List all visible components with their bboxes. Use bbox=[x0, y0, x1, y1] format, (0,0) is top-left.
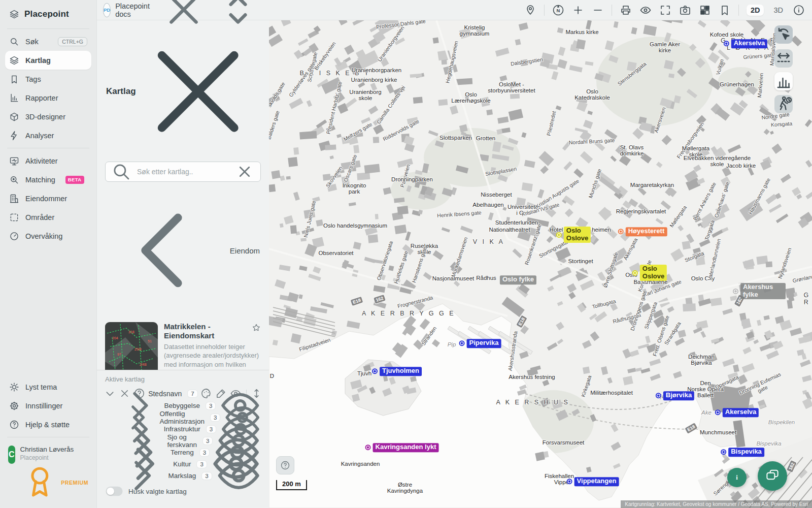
sidebar-item-rapporter[interactable]: Rapporter bbox=[5, 88, 91, 107]
panel-close-icon[interactable] bbox=[136, 29, 260, 153]
child-layer-name: Markslag bbox=[168, 472, 196, 480]
map-badge-oslo-oslove: Oslo Oslove bbox=[632, 265, 667, 281]
map-viewport[interactable]: Professor Dahls gateKristelig gymnasiumM… bbox=[269, 20, 812, 508]
badge-label: Kavringsanden lykt bbox=[373, 443, 439, 452]
layer-search[interactable] bbox=[105, 162, 261, 182]
sidebar-item-hjelp-st-tte[interactable]: Hjelp & støtte bbox=[5, 415, 91, 434]
avatar: C bbox=[8, 446, 15, 464]
divider bbox=[612, 5, 612, 16]
map-badge-pipervika: Pipervika bbox=[459, 339, 501, 348]
active-layer-children: Bebyggelse3Offentlig Administrasjon3Infr… bbox=[104, 400, 262, 482]
cube-icon bbox=[9, 112, 19, 122]
active-layer-child-markslag[interactable]: Markslag3 bbox=[104, 470, 262, 482]
breadcrumb[interactable]: Eiendom bbox=[97, 184, 269, 315]
mode-3d-button[interactable]: 3D bbox=[771, 5, 785, 16]
cursor-rotate-icon[interactable] bbox=[774, 25, 793, 44]
sidebar-nav-main: SøkCTRL+GKartlagTagsRapporter3D-designer… bbox=[5, 32, 91, 145]
sidebar-item-tags[interactable]: Tags bbox=[5, 70, 91, 88]
divider bbox=[7, 28, 89, 29]
panel-header: Kartlag bbox=[97, 20, 269, 157]
sidebar-item-omr-der[interactable]: Områder bbox=[5, 208, 91, 227]
remember-layers-toggle[interactable] bbox=[106, 487, 122, 496]
sidebar: Placepoint SøkCTRL+GKartlagTagsRapporter… bbox=[0, 0, 96, 508]
sidebar-item-label: Aktiviteter bbox=[25, 157, 58, 165]
badge-marker-icon bbox=[632, 270, 638, 276]
active-layers-panel: Aktive kartlag Stedsnavn 7 Bebyggelse3Of… bbox=[97, 370, 269, 508]
divider bbox=[738, 5, 739, 16]
sidebar-item-matching[interactable]: MatchingBETA bbox=[5, 170, 91, 189]
divider bbox=[7, 148, 89, 148]
sidebar-item-analyser[interactable]: Analyser bbox=[5, 126, 91, 145]
building-icon bbox=[9, 194, 19, 204]
printer-icon[interactable] bbox=[620, 4, 632, 16]
placepoint-logo-icon bbox=[9, 9, 19, 19]
grid-icon[interactable] bbox=[699, 4, 711, 16]
medal-icon bbox=[20, 463, 59, 502]
sidebar-nav-footer: Lyst temaInnstillingerHjelp & støtte bbox=[5, 377, 91, 434]
map-canvas bbox=[269, 20, 812, 508]
walk-time-icon[interactable] bbox=[774, 95, 793, 113]
star-icon[interactable] bbox=[252, 323, 261, 332]
sidebar-item-kartlag[interactable]: Kartlag bbox=[5, 51, 91, 70]
sidebar-item-innstillinger[interactable]: Innstillinger bbox=[5, 396, 91, 415]
info-icon: i bbox=[732, 472, 742, 483]
badge-label: Pipervika bbox=[467, 339, 501, 348]
sidebar-item-overv-king[interactable]: Overvåking bbox=[5, 227, 91, 245]
svg-text:N: N bbox=[556, 8, 560, 13]
map-badge-akerselva: Akerselva bbox=[724, 39, 767, 48]
layer-thumbnail: 20431829/8972/4851 bbox=[105, 322, 158, 375]
gauge-icon bbox=[9, 231, 19, 241]
user-profile[interactable]: C Christian Løverås Placepoint PREMIUM bbox=[5, 440, 91, 502]
plus-icon[interactable] bbox=[572, 4, 584, 16]
badge-label: Akershus fylke bbox=[740, 283, 786, 299]
badge-marker-icon bbox=[567, 479, 572, 484]
compass-icon[interactable]: N bbox=[552, 4, 564, 16]
sidebar-item-lyst-tema[interactable]: Lyst tema bbox=[5, 377, 91, 396]
doc-topbar: PD Placepoint docs bbox=[97, 0, 269, 20]
badge-label: Akerselva bbox=[731, 39, 767, 48]
camera-icon[interactable] bbox=[679, 4, 691, 16]
map-toolbar: N 2D 3D bbox=[269, 0, 812, 20]
chart-icon[interactable] bbox=[774, 72, 793, 90]
minus-icon[interactable] bbox=[592, 4, 604, 16]
eye-icon[interactable] bbox=[639, 4, 652, 16]
monitor-icon bbox=[9, 156, 19, 166]
mode-2d-button[interactable]: 2D bbox=[747, 5, 764, 16]
map-help-button[interactable] bbox=[276, 456, 294, 474]
bars-icon bbox=[9, 93, 19, 103]
child-count-badge: 3 bbox=[206, 402, 215, 409]
map-info-button[interactable]: i bbox=[727, 468, 747, 487]
info-icon[interactable] bbox=[793, 4, 805, 16]
doc-title: Placepoint docs bbox=[115, 2, 150, 18]
bookmark-icon[interactable] bbox=[719, 4, 731, 16]
sidebar-item-label: Områder bbox=[25, 213, 54, 221]
badge-marker-icon bbox=[656, 393, 661, 398]
chevron-down-icon[interactable] bbox=[104, 388, 116, 399]
breadcrumb-label: Eiendom bbox=[230, 246, 260, 255]
visibility-icon[interactable] bbox=[215, 452, 262, 499]
fullscreen-icon[interactable] bbox=[659, 4, 671, 16]
sidebar-item-3d-designer[interactable]: 3D-designer bbox=[5, 107, 91, 126]
app-logo: Placepoint bbox=[5, 5, 91, 25]
child-layer-name: Offentlig Administrasjon bbox=[160, 410, 205, 425]
sidebar-item-aktiviteter[interactable]: Aktiviteter bbox=[5, 151, 91, 170]
location-icon[interactable] bbox=[524, 4, 536, 16]
sidebar-item-eiendommer[interactable]: Eiendommer bbox=[5, 189, 91, 208]
svg-text:97: 97 bbox=[117, 353, 121, 356]
layer-search-input[interactable] bbox=[136, 167, 230, 176]
sidebar-item-label: Tags bbox=[25, 75, 41, 83]
map-badge-h-yesterett: Høyesterett bbox=[618, 227, 667, 236]
search-clear-icon[interactable] bbox=[234, 161, 255, 182]
sidebar-item-label: Innstillinger bbox=[25, 402, 62, 410]
chat-button[interactable] bbox=[758, 461, 787, 491]
sidebar-item-label: Lyst tema bbox=[25, 383, 57, 391]
badge-marker-icon bbox=[372, 368, 378, 374]
badge-label: Bispevika bbox=[728, 448, 764, 457]
measure-icon[interactable] bbox=[774, 49, 793, 68]
palette-icon[interactable] bbox=[200, 388, 212, 399]
tag-icon bbox=[9, 74, 19, 84]
sidebar-item-label: Matching bbox=[25, 176, 55, 184]
doc-badge[interactable]: PD bbox=[103, 3, 111, 17]
sidebar-item-s-k[interactable]: SøkCTRL+G bbox=[5, 32, 91, 51]
sidebar-nav-secondary: AktiviteterMatchingBETAEiendommerOmråder… bbox=[5, 151, 91, 245]
